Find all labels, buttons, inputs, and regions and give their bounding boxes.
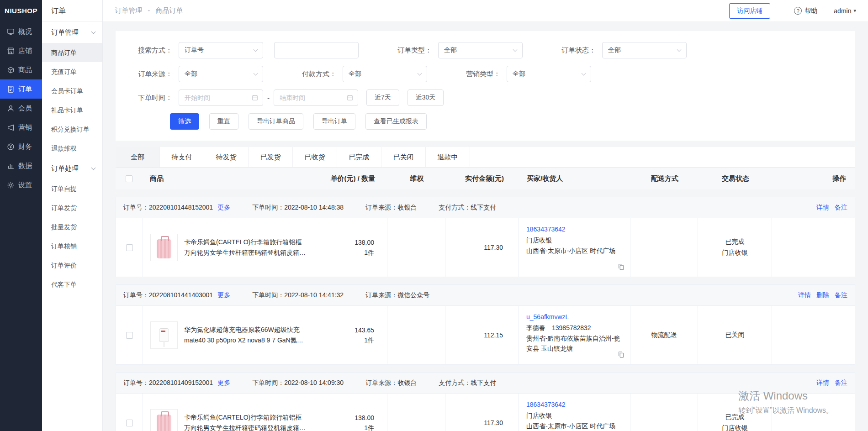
tab-completed[interactable]: 已完成: [337, 147, 381, 167]
data-icon: [7, 162, 15, 170]
tab-pending-payment[interactable]: 待支付: [160, 147, 204, 167]
group-order-process[interactable]: 订单处理: [42, 158, 102, 179]
sub-nav-refund-rights[interactable]: 退款维权: [42, 139, 102, 158]
row-checkbox[interactable]: [126, 244, 133, 251]
tab-all[interactable]: 全部: [116, 147, 160, 167]
chevron-down-icon: [91, 30, 96, 34]
row-checkbox[interactable]: [126, 420, 133, 426]
copy-address-icon[interactable]: [618, 351, 625, 361]
quantity: 1件: [309, 423, 374, 431]
main-nav-settings[interactable]: 设置: [0, 175, 42, 194]
keyword-input[interactable]: [274, 42, 359, 58]
chevron-down-icon: [418, 71, 422, 75]
receiver: 李德春 13985782832: [526, 323, 623, 333]
sub-nav-proxy-order[interactable]: 代客下单: [42, 275, 102, 294]
tab-closed[interactable]: 已关闭: [381, 147, 426, 167]
order-time: 2022-08-10 14:09:30: [284, 379, 344, 386]
chevron-down-icon: [513, 47, 518, 52]
remark-link[interactable]: 备注: [835, 204, 847, 212]
sub-nav-order-review[interactable]: 订单评价: [42, 256, 102, 275]
last-7-days-button[interactable]: 近7天: [366, 89, 399, 106]
reset-button[interactable]: 重置: [209, 113, 238, 130]
unit-price: 138.00: [309, 413, 374, 423]
main-nav-label: 概况: [18, 27, 32, 36]
sub-nav-order-pickup[interactable]: 订单自提: [42, 179, 102, 198]
tab-received[interactable]: 已收货: [293, 147, 337, 167]
sub-nav-goods-order[interactable]: 商品订单: [42, 43, 102, 62]
export-order-button[interactable]: 导出订单: [313, 113, 355, 130]
select-all-checkbox[interactable]: [126, 175, 132, 182]
view-reports-button[interactable]: 查看已生成报表: [365, 113, 427, 130]
help-label: 帮助: [804, 7, 817, 15]
col-action: 操作: [773, 174, 855, 183]
order-no-label: 订单号：: [123, 204, 149, 211]
sub-nav-gift-card-order[interactable]: 礼品卡订单: [42, 100, 102, 120]
detail-link[interactable]: 详情: [816, 204, 829, 212]
chevron-down-icon: ▾: [853, 8, 856, 14]
visit-shop-button[interactable]: 访问店铺: [729, 3, 770, 19]
order-type-select[interactable]: 全部: [438, 42, 523, 58]
copy-address-icon[interactable]: [618, 263, 625, 273]
pay-type-select[interactable]: 全部: [343, 66, 427, 82]
sub-nav-point-exchange-order[interactable]: 积分兑换订单: [42, 120, 102, 139]
more-link[interactable]: 更多: [217, 204, 230, 211]
chevron-down-icon: [254, 71, 258, 75]
delete-link[interactable]: 删除: [816, 291, 829, 300]
delivery-cell: 物流配送: [630, 306, 698, 364]
more-link[interactable]: 更多: [217, 291, 230, 299]
main-nav-label: 财务: [18, 142, 32, 151]
row-checkbox[interactable]: [126, 332, 133, 339]
sub-nav-recharge-order[interactable]: 充值订单: [42, 62, 102, 81]
group-order-manage[interactable]: 订单管理: [42, 22, 102, 43]
order-source-label: 订单来源：: [365, 204, 397, 211]
order-pay-label: 支付方式：: [439, 204, 471, 211]
start-date-field[interactable]: [179, 89, 263, 106]
remark-link[interactable]: 备注: [835, 379, 847, 387]
start-date-input[interactable]: [185, 94, 249, 101]
export-order-goods-button[interactable]: 导出订单商品: [249, 113, 303, 130]
order-source-select[interactable]: 全部: [179, 66, 263, 82]
main-nav-marketing[interactable]: 营销: [0, 118, 42, 137]
username: admin: [834, 7, 851, 15]
last-30-days-button[interactable]: 近30天: [408, 89, 444, 106]
main-nav-finance[interactable]: 财务: [0, 137, 42, 156]
sub-nav-batch-delivery[interactable]: 批量发货: [42, 217, 102, 237]
main-nav-member[interactable]: 会员: [0, 99, 42, 118]
buyer-name-link[interactable]: 18634373642: [526, 399, 566, 410]
sub-nav-order-verify[interactable]: 订单核销: [42, 237, 102, 256]
help-button[interactable]: ? 帮助: [794, 7, 817, 15]
buyer-name-link[interactable]: 18634373642: [526, 224, 566, 234]
tab-pending-shipment[interactable]: 待发货: [204, 147, 249, 167]
filter-panel: 搜索方式： 订单号 订单类型： 全部 订单状态： 全部: [116, 31, 855, 141]
sub-nav-member-card-order[interactable]: 会员卡订单: [42, 81, 102, 100]
order-source: 微信公众号: [397, 291, 429, 299]
buyer-name-link[interactable]: u_56afkmvwzL: [526, 312, 569, 322]
search-mode-select[interactable]: 订单号: [179, 42, 263, 58]
overview-icon: [7, 28, 15, 36]
main-nav-overview[interactable]: 概况: [0, 22, 42, 41]
sub-nav-order-delivery[interactable]: 订单发货: [42, 198, 102, 217]
filter-button[interactable]: 筛选: [170, 113, 199, 130]
select-value: 全部: [349, 70, 361, 78]
main-nav-order[interactable]: 订单: [0, 79, 42, 99]
order-status-select[interactable]: 全部: [602, 42, 687, 58]
detail-link[interactable]: 详情: [798, 291, 811, 300]
marketing-type-label: 营销类型：: [455, 70, 500, 79]
main-nav-data[interactable]: 数据: [0, 156, 42, 175]
end-date-input[interactable]: [280, 94, 344, 101]
more-link[interactable]: 更多: [217, 379, 230, 386]
main-nav-goods[interactable]: 商品: [0, 60, 42, 79]
marketing-type-select[interactable]: 全部: [507, 66, 591, 82]
order-row: 卡帝乐鳄鱼(CARTELO)行李箱旅行箱铝框万向轮男女学生拉杆箱密码箱登机箱皮箱…: [116, 218, 855, 277]
user-menu[interactable]: admin ▾: [834, 7, 856, 15]
end-date-field[interactable]: [274, 89, 358, 106]
refund-cell: [387, 306, 445, 364]
address: 山西省-太原市-小店区 时代广场: [526, 246, 623, 256]
main-nav-shop[interactable]: 店铺: [0, 41, 42, 60]
remark-link[interactable]: 备注: [835, 291, 847, 300]
calendar-icon: [252, 95, 258, 101]
detail-link[interactable]: 详情: [816, 379, 829, 387]
tab-refunding[interactable]: 退款中: [426, 147, 470, 167]
order-no-label: 订单号：: [123, 291, 149, 299]
tab-shipped[interactable]: 已发货: [249, 147, 293, 167]
